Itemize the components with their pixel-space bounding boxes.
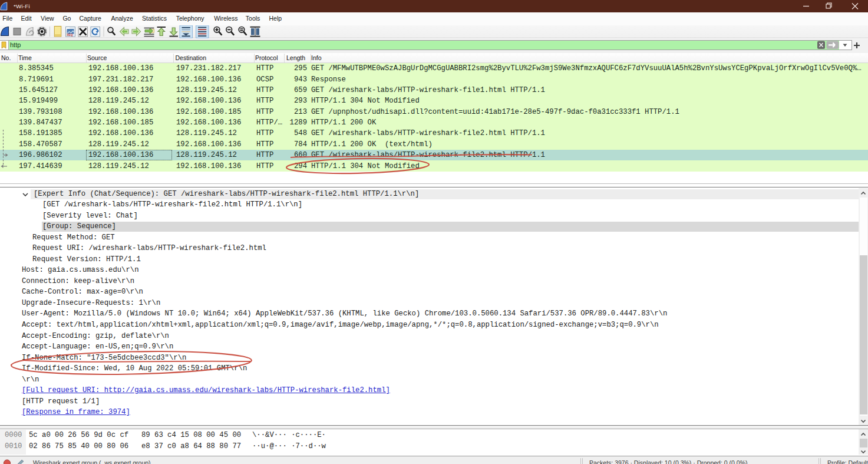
svg-text:REQ: REQ — [67, 34, 73, 37]
